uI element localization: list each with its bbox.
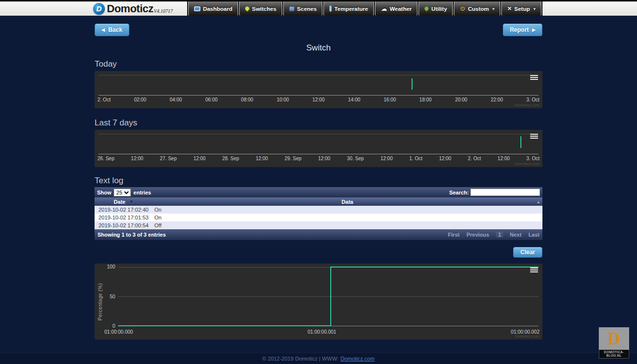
scenes-icon — [289, 6, 294, 11]
percentage-x-axis-labels: 01:00:00.00001:00:00.00101:00:00.002 — [104, 329, 539, 335]
axis-tick-label: 06:00 — [205, 97, 218, 102]
axis-tick-label: 12:00 — [131, 156, 143, 161]
nav-item-weather[interactable]: ☁ Weather — [375, 1, 417, 16]
chevron-down-icon: ▾ — [533, 6, 536, 11]
sort-desc-icon: ▼ — [129, 199, 133, 204]
top-header-bar: D Domoticz V4.10717 Dashboard Switches S… — [0, 0, 637, 16]
axis-tick-label: 12:00 — [194, 156, 206, 161]
axis-tick-label: 16:00 — [384, 97, 396, 102]
axis-tick-label: 12:00 — [439, 156, 451, 161]
nav-item-setup[interactable]: ✕ Setup ▾ — [501, 1, 541, 16]
axis-tick-label: 100 — [107, 264, 115, 269]
search-input[interactable] — [470, 189, 540, 196]
blog-logo-label: DOMOTICA-BLOG.NL — [599, 350, 629, 359]
column-header-data[interactable]: Data — [152, 199, 542, 205]
axis-tick-label: 02:00 — [134, 97, 146, 102]
today-x-axis-labels: 2. Oct02:0004:0006:0008:0010:0012:0014:0… — [98, 97, 539, 102]
axis-tick-label: 12:00 — [312, 97, 324, 102]
axis-tick-label: 10:00 — [277, 97, 289, 102]
date-column-label: Date — [114, 199, 125, 205]
chart-menu-icon[interactable] — [530, 267, 538, 273]
axis-tick-label: 08:00 — [241, 97, 253, 102]
percentage-step-line-high — [330, 267, 539, 267]
content-container: ◀ Back Report ▶ Switch Today 2. Oct02:00… — [95, 24, 542, 340]
axis-tick-label: 18:00 — [419, 97, 432, 102]
percentage-step-line-rise — [330, 267, 331, 326]
axis-tick-label: 2. Oct — [468, 156, 481, 161]
axis-tick-label: 3. Oct — [526, 156, 539, 161]
pagination: First Previous 1 Next Last — [448, 232, 539, 238]
main-nav: Dashboard Switches Scenes Temperature ☁ … — [187, 1, 542, 16]
nav-label: Scenes — [297, 6, 317, 12]
nav-item-custom[interactable]: ⚙ Custom ▾ — [454, 1, 500, 16]
chart-watermark: Domoticz.com — [514, 334, 539, 339]
entries-label: entries — [133, 190, 151, 195]
domoticz-website-link[interactable]: Domoticz.com — [341, 356, 375, 362]
report-button[interactable]: Report ▶ — [503, 24, 542, 36]
nav-item-switches[interactable]: Switches — [239, 1, 282, 16]
nav-item-dashboard[interactable]: Dashboard — [188, 1, 238, 16]
nav-label: Dashboard — [203, 6, 232, 12]
axis-tick-label: 01:00:00.001 — [308, 329, 336, 335]
page-size-select[interactable]: 25 — [114, 189, 131, 196]
nav-label: Weather — [390, 6, 412, 12]
nav-label: Switches — [252, 6, 276, 12]
copyright-text: © 2012-2019 Domoticz | WWW: — [262, 356, 339, 362]
switches-icon — [244, 5, 250, 12]
show-label: Show — [97, 190, 111, 195]
axis-tick-label: 2. Oct — [98, 97, 111, 102]
last7-section-heading: Last 7 days — [95, 118, 542, 128]
nav-item-scenes[interactable]: Scenes — [283, 1, 322, 16]
dashboard-icon — [194, 6, 200, 11]
axis-tick-label: 12:00 — [380, 156, 392, 161]
back-button[interactable]: ◀ Back — [95, 24, 129, 36]
switch-event-marker — [520, 136, 521, 148]
search-label: Search: — [449, 190, 469, 195]
axis-tick-label: 27. Sep — [160, 156, 176, 161]
pagination-first-button[interactable]: First — [448, 232, 460, 238]
log-date-cell: 2019-10-02 17:01:53 — [95, 215, 149, 220]
chevron-down-icon: ▾ — [492, 6, 495, 11]
back-button-label: Back — [108, 26, 122, 33]
table-controls-bar: Show 25 entries Search: — [95, 187, 542, 197]
chart-watermark: Domoticz.com — [514, 103, 539, 107]
chart-menu-icon[interactable] — [530, 75, 538, 81]
nav-item-utility[interactable]: Utility — [418, 1, 453, 16]
pagination-page-1-button[interactable]: 1 — [496, 232, 503, 238]
utility-icon — [423, 5, 430, 12]
blog-logo-letter: D — [608, 330, 620, 347]
nav-item-temperature[interactable]: Temperature — [323, 1, 374, 16]
axis-tick-label: 12:00 — [497, 156, 510, 161]
clear-button[interactable]: Clear — [513, 247, 542, 258]
nav-label: Temperature — [334, 6, 368, 12]
axis-tick-label: 22:00 — [490, 97, 503, 102]
pagination-next-button[interactable]: Next — [510, 232, 522, 238]
logo-version: V4.10717 — [154, 8, 173, 14]
axis-tick-label: 50 — [110, 294, 115, 299]
column-header-date[interactable]: Date ▼ — [95, 199, 152, 205]
data-column-label: Data — [342, 199, 353, 205]
axis-tick-label: 14:00 — [348, 97, 360, 102]
log-date-cell: 2019-10-02 17:00:54 — [95, 222, 149, 228]
axis-tick-label: 01:00:00.000 — [104, 329, 133, 335]
log-data-cell: On — [149, 207, 162, 213]
axis-tick-label: 30. Sep — [347, 156, 364, 161]
table-row: 2019-10-02 17:01:53 On — [95, 214, 542, 221]
table-header-row: Date ▼ Data ▴ — [95, 197, 542, 206]
chart-gridline — [98, 134, 539, 134]
today-section-heading: Today — [95, 59, 542, 69]
axis-tick-label: 12:00 — [256, 156, 268, 161]
domoticz-logo[interactable]: D Domoticz V4.10717 — [93, 2, 173, 15]
chart-menu-icon[interactable] — [530, 134, 538, 140]
pagination-last-button[interactable]: Last — [528, 232, 539, 238]
axis-tick-label: 29. Sep — [285, 156, 301, 161]
log-data-cell: On — [149, 215, 162, 220]
pagination-previous-button[interactable]: Previous — [466, 232, 489, 238]
report-button-label: Report — [510, 26, 529, 33]
nav-label: Utility — [431, 6, 447, 12]
axis-tick-label: 04:00 — [170, 97, 182, 102]
axis-tick-label: 20:00 — [455, 97, 467, 102]
back-arrow-icon: ◀ — [101, 27, 105, 32]
table-footer-bar: Showing 1 to 3 of 3 entries First Previo… — [95, 229, 542, 240]
domotica-blog-logo: D — [599, 327, 629, 350]
